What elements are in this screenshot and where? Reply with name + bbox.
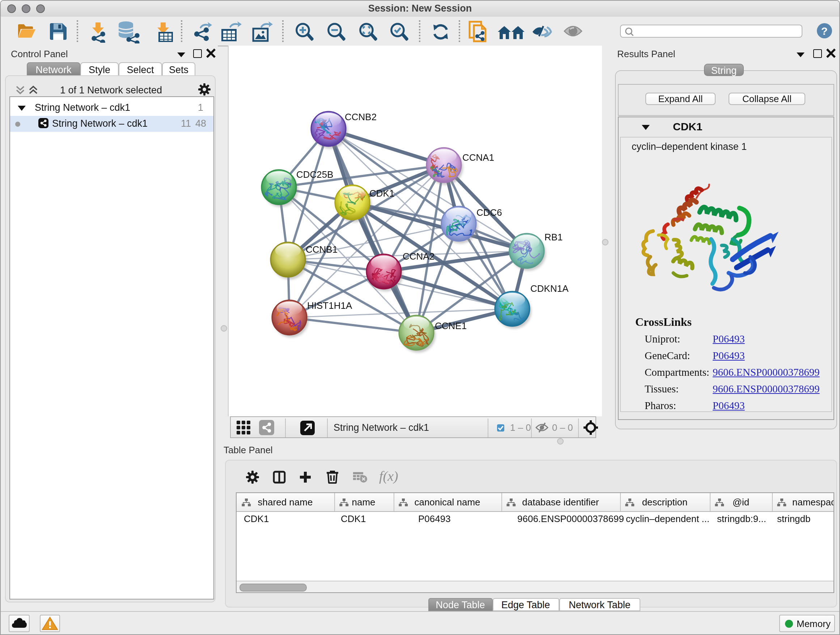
svg-text:CCNB1: CCNB1: [306, 244, 338, 255]
svg-text:HIST1H1A: HIST1H1A: [307, 300, 352, 311]
svg-text:CCNA1: CCNA1: [462, 152, 494, 163]
svg-text:CDC6: CDC6: [477, 207, 502, 218]
svg-text:RB1: RB1: [545, 232, 563, 242]
svg-text:CCNB2: CCNB2: [345, 111, 377, 122]
svg-text:CCNA2: CCNA2: [403, 251, 434, 262]
svg-text:CDKN1A: CDKN1A: [531, 283, 569, 294]
svg-text:CDK1: CDK1: [369, 188, 394, 199]
svg-text:CCNE1: CCNE1: [435, 320, 467, 331]
svg-text:CDC25B: CDC25B: [296, 169, 333, 180]
